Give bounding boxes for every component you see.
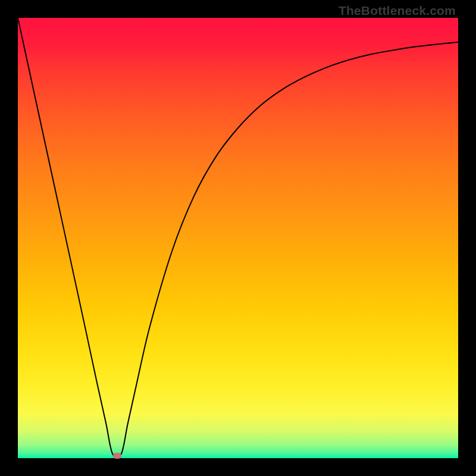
bottleneck-curve [18, 18, 458, 458]
min-marker [113, 453, 121, 459]
curve-svg [18, 18, 458, 458]
chart-frame: TheBottleneck.com [0, 0, 476, 476]
attribution-text: TheBottleneck.com [339, 4, 456, 18]
plot-area [18, 18, 458, 458]
